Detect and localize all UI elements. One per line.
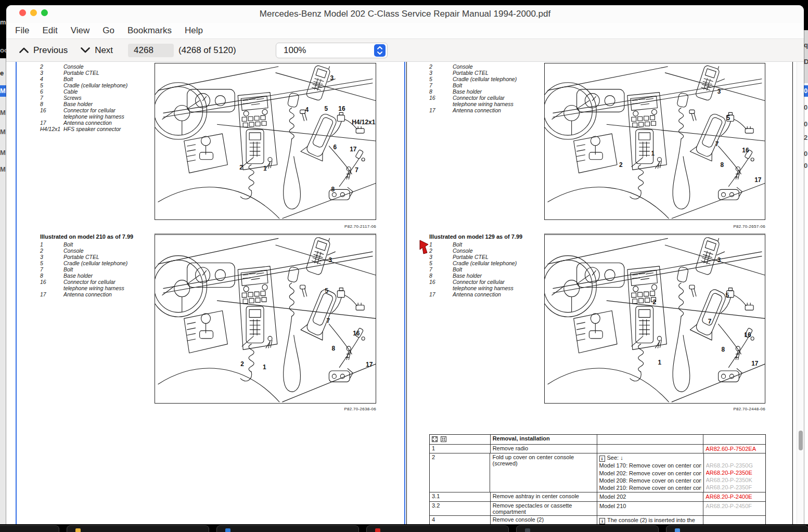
menu-edit[interactable]: Edit xyxy=(42,25,57,36)
part-number: 7 xyxy=(40,266,63,273)
taskbar-button-pen[interactable] xyxy=(67,525,209,532)
screen: moceMMMMM qD0002:00 Mercedes-Benz Model … xyxy=(0,0,808,532)
part-label: Connector for cellular telephone wiring … xyxy=(453,279,530,291)
figure-part-label: 8 xyxy=(331,345,335,352)
triangle-icon xyxy=(225,528,230,532)
step-detail xyxy=(597,445,703,453)
page-count-label: (4268 of 5120) xyxy=(178,45,236,56)
figure-part-label: 17 xyxy=(366,361,373,368)
detail-line: Model 208: Remove cover on center consol… xyxy=(599,477,701,484)
taskbar-button-app[interactable] xyxy=(0,525,59,532)
dashboard-illustration: 3572168117 xyxy=(545,235,765,403)
page-number-input[interactable] xyxy=(128,44,174,57)
figure-part-label: 1 xyxy=(263,165,267,172)
procedure-code: AR68.20-P-2450F xyxy=(706,502,763,510)
part-number: 17 xyxy=(40,291,63,297)
chevron-up-icon xyxy=(19,47,29,53)
menu-bar: File Edit View Go Bookmarks Help xyxy=(6,23,804,39)
parts-list-item: 5Cradle (cellular telephone) xyxy=(40,82,140,88)
figure-part-label: 7 xyxy=(708,318,712,326)
part-number: H4/12x1 xyxy=(40,126,63,132)
menu-view[interactable]: View xyxy=(71,25,90,36)
detail-line: iThe console (2) is inserted into the ce… xyxy=(599,516,701,524)
parts-list-item: 7Bolt xyxy=(40,266,140,273)
figure-part-label: 2 xyxy=(239,164,243,171)
stepper-icon[interactable] xyxy=(374,44,386,57)
part-label: Bolt xyxy=(453,241,530,248)
figure-bottom-left: 3571682117 xyxy=(155,233,376,404)
part-label: Cable xyxy=(63,88,140,95)
background-window-text: 0 xyxy=(804,162,808,170)
figure-part-label: 5 xyxy=(325,287,328,294)
taskbar-button-triangle[interactable] xyxy=(216,525,359,532)
part-label: Bolt xyxy=(453,266,530,273)
window-title: Mercedes-Benz Model 202 C-Class Service … xyxy=(6,9,804,19)
part-number: 7 xyxy=(40,95,63,101)
previous-page-button[interactable]: Previous xyxy=(19,45,68,56)
next-page-button[interactable]: Next xyxy=(81,45,113,56)
detail-line: Model 210 xyxy=(599,502,701,510)
part-label: Connector for cellular telephone wiring … xyxy=(63,279,140,291)
detail-line: Model 202: Remove cover on center consol… xyxy=(599,470,701,477)
scrollbar-thumb[interactable] xyxy=(799,431,803,450)
parts-list-item: 4Bolt xyxy=(40,76,140,82)
part-number: 16 xyxy=(40,107,63,120)
parts-list-item: 16Connector for cellular telephone wirin… xyxy=(429,279,530,291)
background-window-left-sliver: moceMMMMM xyxy=(0,0,6,524)
collapse-icon[interactable] xyxy=(441,436,446,442)
vertical-scrollbar[interactable] xyxy=(797,62,804,524)
parts-list-right-top: 2Console3Portable CTEL5Cradle (cellular … xyxy=(429,63,530,113)
part-label: Antenna connection xyxy=(63,120,140,126)
previous-label: Previous xyxy=(33,45,68,56)
zoom-level-value: 100% xyxy=(284,45,374,56)
procedure-code[interactable]: AR68.20-P-2400E xyxy=(706,493,763,500)
expand-icon[interactable] xyxy=(432,436,438,442)
figure-caption: P82.70-2657-06 xyxy=(544,224,765,229)
table-header-icons xyxy=(430,435,491,444)
taskbar-button-window[interactable] xyxy=(666,525,808,532)
parts-list-item: H4/12x1HFS speaker connector xyxy=(40,126,140,132)
taskbar-button-reader[interactable] xyxy=(366,525,509,532)
menu-bookmarks[interactable]: Bookmarks xyxy=(127,25,172,36)
figure-part-label: 2 xyxy=(653,298,657,306)
figure-part-label: 8 xyxy=(721,161,724,168)
parts-list-item: 2Console xyxy=(429,63,530,70)
part-number: 1 xyxy=(40,241,63,248)
zoom-level-select[interactable]: 100% xyxy=(276,43,388,58)
step-codes: AR68.20-P-2450F xyxy=(703,502,765,515)
part-number: 1 xyxy=(429,241,453,248)
parts-list-item: 5Cradle (cellular telephone) xyxy=(429,260,530,266)
parts-list-item: 3Portable CTEL xyxy=(40,254,140,260)
procedure-code[interactable]: AR82.60-P-7502EA xyxy=(706,445,763,452)
figure-part-label: 4 xyxy=(305,106,309,113)
parts-list-item: 2Console xyxy=(429,248,530,254)
part-label: Connector for cellular telephone wiring … xyxy=(63,107,140,120)
procedure-code: AR68.20-P-2350F xyxy=(706,484,763,491)
taskbar-button-globe[interactable] xyxy=(516,525,659,532)
procedure-code[interactable]: AR68.20-P-2350E xyxy=(706,469,763,476)
figure-part-label: 7 xyxy=(355,166,358,174)
figure-part-label: 8 xyxy=(722,345,725,353)
parts-list-item: 8Base holder xyxy=(40,101,140,107)
part-number: 8 xyxy=(40,101,63,107)
menu-help[interactable]: Help xyxy=(185,25,203,36)
step-detail: Model 210 xyxy=(597,502,703,515)
figure-part-label: 3 xyxy=(330,74,334,82)
table-row: 4Remove console (2)iThe console (2) is i… xyxy=(430,516,765,524)
part-label: Portable CTEL xyxy=(453,254,530,260)
parts-list-item: 16Connector for cellular telephone wirin… xyxy=(40,107,140,120)
part-number: 16 xyxy=(429,95,453,107)
menu-file[interactable]: File xyxy=(15,25,29,36)
part-label: Screws xyxy=(63,95,140,101)
part-number: 5 xyxy=(429,76,453,82)
background-window-text: oc xyxy=(0,47,6,54)
step-number: 3.2 xyxy=(430,502,491,515)
pdf-viewer-window: Mercedes-Benz Model 202 C-Class Service … xyxy=(6,5,804,524)
figure-part-label: 3 xyxy=(328,256,332,264)
globe-icon xyxy=(525,528,530,532)
step-action: Remove ashtray in center console xyxy=(491,492,597,501)
part-label: Console xyxy=(453,248,530,254)
part-label: Antenna connection xyxy=(63,291,140,297)
parts-list-item: 7Screws xyxy=(40,95,140,101)
menu-go[interactable]: Go xyxy=(102,25,114,36)
